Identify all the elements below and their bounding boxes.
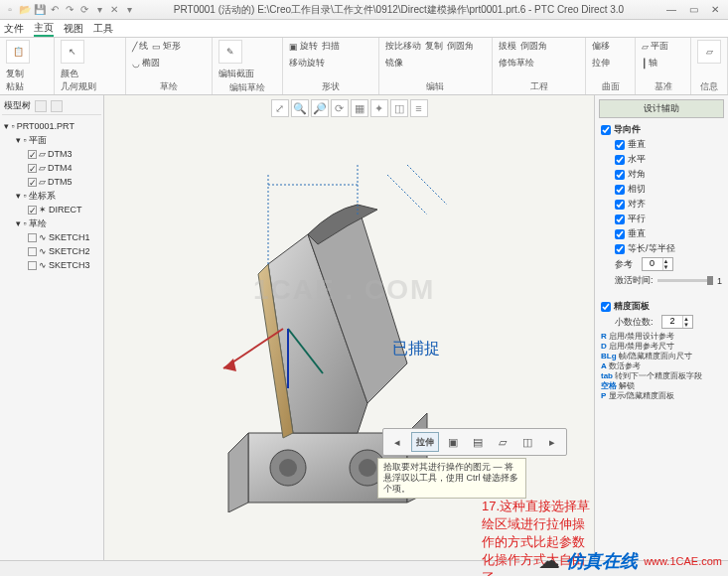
tree-csys-group[interactable]: ▾ ▫ 坐标系	[4, 189, 99, 203]
tree-sketch-item[interactable]: ∿ SKETCH1	[4, 230, 99, 244]
model-tree-panel: 模型树 ▾ ▫ PRT0001.PRT ▾ ▫ 平面 ▱ DTM3 ▱ DTM4…	[0, 95, 104, 560]
tree-plane-item[interactable]: ▱ DTM3	[4, 147, 99, 161]
ref-spinner[interactable]: ▲▼	[642, 257, 673, 271]
svg-point-4	[279, 459, 297, 477]
settings-icon[interactable]: ▾	[123, 4, 135, 16]
maximize-icon[interactable]: ▭	[684, 3, 702, 17]
layers-icon[interactable]: ≡	[410, 99, 428, 117]
popbar-opt2-icon[interactable]: ▤	[467, 432, 489, 452]
tree-menu2-icon[interactable]	[51, 100, 63, 112]
tree-sketch-item[interactable]: ∿ SKETCH2	[4, 244, 99, 258]
mirror-icon[interactable]: 镜像	[385, 57, 403, 70]
minimize-icon[interactable]: —	[662, 3, 680, 17]
ribbon-engineering: 拔模 倒圆角 修饰草绘 工程	[493, 38, 586, 94]
paste-label[interactable]: 粘贴	[6, 80, 24, 93]
new-icon[interactable]: ▫	[4, 4, 16, 16]
tooltip: 拾取要对其进行操作的图元 — 将悬浮叹以工具，使用 Ctrl 键选择多个项。	[377, 458, 526, 499]
popbar-next-icon[interactable]: ▸	[541, 432, 563, 452]
tree-plane-item[interactable]: ▱ DTM5	[4, 175, 99, 189]
save-icon[interactable]: 💾	[34, 4, 46, 16]
sweep-icon[interactable]: 扫描	[322, 40, 340, 53]
tree-root[interactable]: ▾ ▫ PRT0001.PRT	[4, 119, 99, 133]
shortcut-legend: R 启用/禁用设计参考 D 启用/禁用参考尺寸 BLg 帧/隐藏精度面向尺寸 A…	[599, 330, 724, 403]
regen-icon[interactable]: ⟳	[78, 4, 90, 16]
refit-icon[interactable]: ⟳	[331, 99, 349, 117]
style-icon[interactable]: ▦	[351, 99, 368, 117]
decimals-spinner[interactable]: ▲▼	[661, 315, 693, 329]
windows-icon[interactable]: ▾	[93, 4, 105, 16]
select-geom[interactable]: 几何规则	[61, 80, 96, 93]
tree-sketch-group[interactable]: ▾ ▫ 草绘	[4, 216, 99, 230]
opt-tangent[interactable]: 相切	[613, 182, 724, 197]
popbar-extrude-button[interactable]: 拉伸	[411, 432, 439, 452]
tree-planes-group[interactable]: ▾ ▫ 平面	[4, 133, 99, 147]
svg-point-6	[359, 459, 376, 477]
close-icon[interactable]: ✕	[108, 4, 120, 16]
tree-menu1-icon[interactable]	[35, 100, 47, 112]
guides-check[interactable]: 导向件	[599, 122, 724, 137]
opt-horizontal[interactable]: 水平	[613, 152, 724, 167]
opt-diagonal[interactable]: 对角	[613, 167, 724, 182]
view-icon[interactable]: ✦	[370, 99, 388, 117]
select-color[interactable]: 颜色	[61, 68, 78, 80]
tree-csys-item[interactable]: ✶ DIRECT	[4, 203, 99, 216]
undo-icon[interactable]: ↶	[49, 4, 61, 16]
copy-label[interactable]: 复制	[6, 68, 24, 80]
round2-icon[interactable]: 倒圆角	[520, 40, 547, 53]
info-plane-icon[interactable]: ▱	[697, 40, 721, 64]
paste-icon[interactable]: 📋	[6, 40, 30, 64]
zoom-fit-icon[interactable]: ⤢	[271, 99, 289, 117]
arc-icon[interactable]: ◡ 椭圆	[132, 57, 160, 70]
titlebar: ▫ 📂 💾 ↶ ↷ ⟳ ▾ ✕ ▾ PRT0001 (活动的) E:\Creo工…	[0, 0, 728, 20]
copy2-icon[interactable]: 复制	[425, 40, 443, 53]
surf-offset-icon[interactable]: 偏移	[592, 40, 610, 53]
tree-title: 模型树	[4, 99, 31, 112]
extrude-icon[interactable]: ▣ 旋转	[289, 40, 318, 53]
opt-parallel[interactable]: 平行	[613, 212, 724, 226]
tree-plane-item[interactable]: ▱ DTM4	[4, 161, 99, 175]
menu-home[interactable]: 主页	[34, 21, 54, 37]
open-icon[interactable]: 📂	[19, 4, 31, 16]
menu-tools[interactable]: 工具	[93, 22, 113, 36]
opt-align[interactable]: 对齐	[613, 197, 724, 212]
graphics-canvas[interactable]: ⤢ 🔍 🔎 ⟳ ▦ ✦ ◫ ≡	[104, 95, 594, 560]
select-icon[interactable]: ↖	[61, 40, 84, 64]
draft-icon[interactable]: 拔模	[499, 40, 516, 53]
axis-icon[interactable]: ┃轴	[642, 57, 657, 70]
opt-equal[interactable]: 等长/等半径	[613, 241, 724, 256]
line-icon[interactable]: ╱ 线	[132, 40, 148, 53]
zoom-in-icon[interactable]: 🔍	[291, 99, 309, 117]
popbar-opt1-icon[interactable]: ▣	[442, 432, 464, 452]
ribbon-info: ▱ 信息	[691, 38, 728, 94]
round-icon[interactable]: 倒圆角	[447, 40, 474, 53]
ref-row: 参考 ▲▼	[613, 256, 724, 272]
popbar-opt4-icon[interactable]: ◫	[516, 432, 538, 452]
ribbon-surface: 偏移拉伸 曲面	[586, 38, 636, 94]
decimals-row: 小数位数: ▲▼	[613, 314, 724, 330]
perspective-icon[interactable]: ◫	[390, 99, 408, 117]
footer-watermark: ☁ 仿真在线 www.1CAE.com	[538, 548, 722, 574]
opt-vertical[interactable]: 垂直	[613, 137, 724, 152]
rect-icon[interactable]: ▭ 矩形	[152, 40, 181, 53]
popbar-prev-icon[interactable]: ◂	[386, 432, 408, 452]
menu-file[interactable]: 文件	[4, 22, 24, 36]
tree-sketch-item[interactable]: ∿ SKETCH3	[4, 258, 99, 272]
delay-slider[interactable]: 激活时间:1	[613, 272, 724, 289]
opt-perp[interactable]: 垂直	[613, 226, 724, 241]
plane-icon[interactable]: ▱ 平面	[642, 40, 668, 53]
close-window-icon[interactable]: ✕	[706, 3, 724, 17]
hole-icon[interactable]: 修饰草绘	[499, 57, 534, 70]
menu-view[interactable]: 视图	[64, 22, 83, 36]
group-info-label: 信息	[697, 79, 721, 94]
zoom-out-icon[interactable]: 🔎	[311, 99, 329, 117]
offset-icon[interactable]: 按比移动	[385, 40, 421, 53]
move-icon[interactable]: 移动旋转	[289, 57, 325, 70]
surf-ext-icon[interactable]: 拉伸	[592, 57, 610, 70]
editsection-icon[interactable]: ✎	[218, 40, 242, 64]
ribbon-edit: 按比移动 复制 倒圆角 镜像 编辑	[379, 38, 494, 94]
precision-check[interactable]: 精度面板	[599, 299, 724, 314]
popbar-opt3-icon[interactable]: ▱	[492, 432, 513, 452]
ribbon-editsketch: ✎编辑截面 编辑草绘	[213, 38, 284, 94]
redo-icon[interactable]: ↷	[64, 4, 75, 16]
content-area: 模型树 ▾ ▫ PRT0001.PRT ▾ ▫ 平面 ▱ DTM3 ▱ DTM4…	[0, 95, 728, 560]
